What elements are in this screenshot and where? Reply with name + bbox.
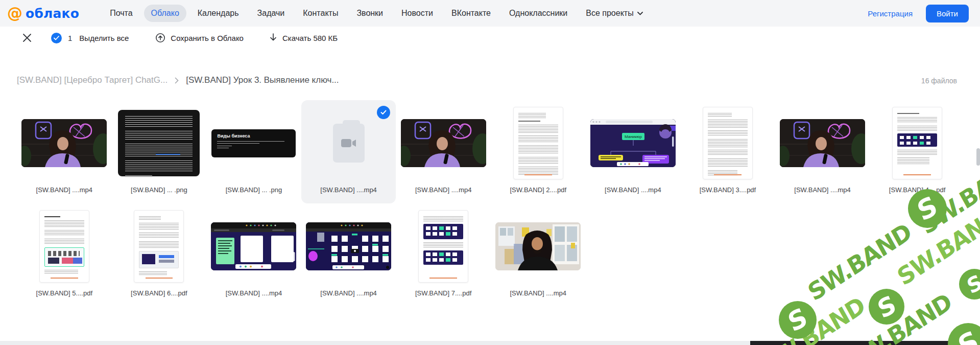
file-name: [SW.BAND] ....mp4 (415, 186, 472, 194)
png-thumbnail (112, 100, 207, 186)
breadcrumb: [SW.BAND] [Церебро Таргет] ChatG... [SW.… (17, 75, 339, 85)
watermark-logo-icon: S (779, 301, 817, 339)
file-tile-video-figma-1[interactable]: [SW.BAND] ....mp4 (206, 203, 301, 307)
nav-item-calendar[interactable]: Календарь (190, 5, 246, 22)
all-projects-label: Все проекты (586, 9, 633, 18)
file-name: [SW.BAND] ....mp4 (226, 289, 282, 297)
file-name: [SW.BAND] 7....pdf (415, 289, 472, 297)
pdf-thumbnail (491, 100, 586, 186)
video-thumbnail (396, 100, 491, 186)
vertical-scrollbar-thumb[interactable] (976, 148, 980, 166)
file-tile-video-1[interactable]: [SW.BAND] ....mp4 (17, 100, 112, 203)
mailru-at-icon: @ (7, 6, 22, 21)
close-icon[interactable] (22, 33, 32, 42)
file-grid-row-1: [SW.BAND] ....mp4 [SW.BAND] ... .png Вид… (17, 100, 965, 203)
file-name: [SW.BAND] 5....pdf (36, 289, 93, 297)
video-thumbnail: Маникюр (586, 100, 681, 186)
file-tile-video-2[interactable]: [SW.BAND] ....mp4 (396, 100, 491, 203)
breadcrumb-chevron-icon (175, 77, 179, 84)
mindmap-node-label: Маникюр (625, 134, 642, 139)
register-link[interactable]: Регистрация (868, 9, 913, 18)
file-tile-png-1[interactable]: [SW.BAND] ... .png (112, 100, 207, 203)
file-tile-video-3[interactable]: [SW.BAND] ....mp4 (775, 100, 870, 203)
download-button[interactable]: Скачать 580 КБ (269, 33, 338, 42)
file-name: [SW.BAND] ... .png (226, 186, 282, 194)
file-tile-pdf-4[interactable]: [SW.BAND] 4....pdf (870, 100, 965, 203)
video-camera-icon (341, 139, 356, 148)
file-tile-video-man[interactable]: [SW.BAND] ....mp4 (491, 203, 586, 307)
nav-item-news[interactable]: Новости (394, 5, 440, 22)
file-name: [SW.BAND] ... .png (131, 186, 187, 194)
video-thumbnail (301, 203, 396, 289)
files-count: 16 файлов (921, 77, 957, 85)
png-thumbnail: Виды бизнеса (206, 100, 301, 186)
video-thumbnail (17, 100, 112, 186)
selection-toolbar: 1 Выделить все Сохранить в Облако Скачат… (0, 27, 980, 49)
all-projects-menu[interactable]: Все проекты (579, 5, 650, 22)
nav-item-vk[interactable]: ВКонтакте (444, 5, 498, 22)
file-name: [SW.BAND] 4....pdf (889, 186, 946, 194)
file-name: [SW.BAND] ....mp4 (510, 289, 567, 297)
select-all-checkbox[interactable] (51, 33, 62, 43)
file-tile-video-figma-2[interactable]: [SW.BAND] ....mp4 (301, 203, 396, 307)
file-tile-video-mindmap[interactable]: Маникюр [SW.BAND] ....mp4 (586, 100, 681, 203)
nav-item-mail[interactable]: Почта (103, 5, 139, 22)
file-name: [SW.BAND] ....mp4 (794, 186, 851, 194)
file-tile-pdf-3[interactable]: [SW.BAND] 3....pdf (680, 100, 775, 203)
cloud-upload-icon (155, 33, 165, 43)
file-name: [SW.BAND] 2....pdf (510, 186, 566, 194)
save-to-cloud-button[interactable]: Сохранить в Облако (155, 33, 244, 43)
top-navigation-bar: @ облако Почта Облако Календарь Задачи К… (0, 0, 980, 27)
banner-title: Виды бизнеса (217, 133, 290, 139)
file-tile-pdf-7[interactable]: [SW.BAND] 7....pdf (396, 203, 491, 307)
file-name: [SW.BAND] ....mp4 (36, 186, 93, 194)
pdf-thumbnail (17, 203, 112, 289)
chevron-down-icon (637, 12, 643, 15)
pdf-thumbnail (680, 100, 775, 186)
file-name: [SW.BAND] 6....pdf (131, 289, 187, 297)
file-name: [SW.BAND] ....mp4 (320, 186, 377, 194)
breadcrumb-current[interactable]: [SW.BAND] Урок 3. Выявление ключ... (186, 75, 339, 85)
save-to-cloud-label: Сохранить в Облако (171, 34, 244, 42)
nav-item-ok[interactable]: Одноклассники (502, 5, 575, 22)
logo-word: облако (26, 6, 79, 21)
file-tile-pdf-5[interactable]: [SW.BAND] 5....pdf (17, 203, 112, 307)
video-file-icon (333, 124, 365, 163)
nav-item-contacts[interactable]: Контакты (296, 5, 345, 22)
mailru-cloud-logo[interactable]: @ облако (7, 6, 79, 21)
file-name: [SW.BAND] ....mp4 (605, 186, 661, 194)
select-all-label[interactable]: Выделить все (79, 34, 129, 42)
file-tile-video-selected[interactable]: [SW.BAND] ....mp4 (301, 100, 396, 203)
video-thumbnail (206, 203, 301, 289)
pdf-thumbnail (870, 100, 965, 186)
file-name: [SW.BAND] ....mp4 (320, 289, 377, 297)
download-label: Скачать 580 КБ (282, 34, 338, 42)
nav-item-cloud[interactable]: Облако (144, 5, 186, 22)
file-grid-row-2: [SW.BAND] 5....pdf [SW.BAND] 6....pdf (17, 203, 965, 307)
header-auth-area: Регистрация Войти (868, 5, 969, 22)
file-tile-pdf-2[interactable]: [SW.BAND] 2....pdf (491, 100, 586, 203)
file-name: [SW.BAND] 3....pdf (700, 186, 756, 194)
file-tile-pdf-6[interactable]: [SW.BAND] 6....pdf (112, 203, 207, 307)
video-thumbnail (491, 203, 586, 289)
nav-item-calls[interactable]: Звонки (349, 5, 390, 22)
check-icon (54, 36, 59, 40)
services-nav: Почта Облако Календарь Задачи Контакты З… (103, 5, 650, 22)
breadcrumb-parent[interactable]: [SW.BAND] [Церебро Таргет] ChatG... (17, 75, 168, 85)
pdf-thumbnail (396, 203, 491, 289)
download-icon (269, 33, 277, 42)
video-thumbnail (775, 100, 870, 186)
nav-item-tasks[interactable]: Задачи (250, 5, 292, 22)
file-tile-png-2[interactable]: Виды бизнеса [SW.BAND] ... .png (206, 100, 301, 203)
pdf-thumbnail (112, 203, 207, 289)
horizontal-scrollbar-thumb[interactable] (750, 341, 980, 345)
cloud-files-page: @ облако Почта Облако Календарь Задачи К… (0, 0, 980, 345)
login-button[interactable]: Войти (926, 5, 969, 22)
selected-count: 1 (68, 34, 72, 42)
